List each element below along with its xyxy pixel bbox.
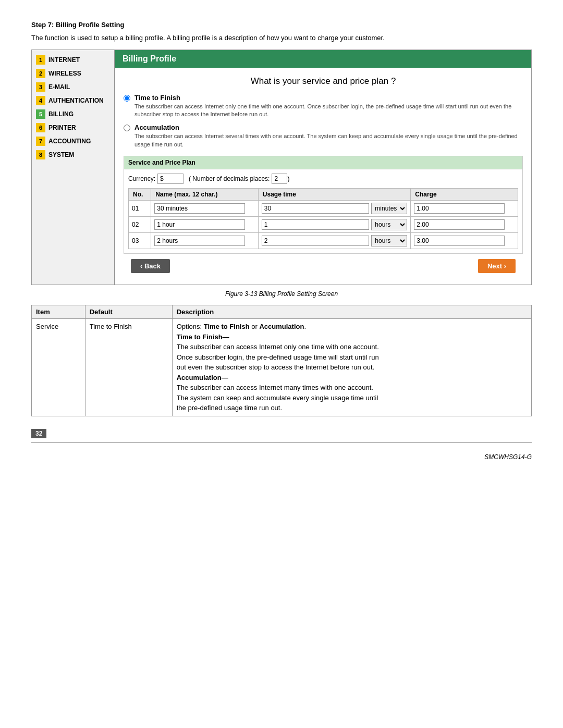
nav-item-system[interactable]: 8SYSTEM: [32, 148, 114, 162]
time-to-finish-label: Time to Finish: [134, 94, 523, 102]
currency-row: Currency: ( Number of decimals places: ): [128, 174, 518, 184]
usage-unit-select[interactable]: minuteshours: [371, 203, 407, 214]
spp-section: Service and Price Plan Currency: ( Numbe…: [124, 156, 523, 254]
accumulation-desc: The subscriber can access Internet sever…: [134, 132, 523, 149]
row-charge: [411, 233, 518, 249]
nav-label-authentication: AUTHENTICATION: [48, 97, 104, 104]
nav-num-4: 4: [36, 96, 45, 105]
accumulation-label: Accumulation: [134, 124, 523, 131]
nav-item-email[interactable]: 3E-MAIL: [32, 80, 114, 94]
desc-table: Item Default Description Service Time to…: [31, 305, 532, 416]
nav-num-1: 1: [36, 55, 45, 65]
billing-profile-header: Billing Profile: [115, 50, 531, 68]
left-nav: 1INTERNET2WIRELESS3E-MAIL4AUTHENTICATION…: [31, 50, 115, 286]
decimal-input[interactable]: [272, 174, 287, 184]
row-charge: [411, 217, 518, 233]
nav-num-7: 7: [36, 137, 45, 146]
charge-input[interactable]: [414, 236, 504, 246]
name-input[interactable]: [154, 219, 244, 230]
step-title: Step 7: Billing Profile Setting: [31, 21, 532, 29]
page-number-box: 32: [31, 425, 532, 438]
back-button[interactable]: ‹ Back: [131, 259, 170, 273]
nav-num-5: 5: [36, 109, 45, 119]
currency-label: Currency:: [128, 175, 155, 182]
time-to-finish-desc: The subscriber can access Internet only …: [134, 103, 523, 119]
nav-item-accounting[interactable]: 7ACCOUNTING: [32, 134, 114, 148]
desc-col-description: Description: [172, 305, 531, 319]
desc-description-cell: Options: Time to Finish or Accumulation.…: [172, 319, 531, 416]
nav-item-internet[interactable]: 1INTERNET: [32, 53, 114, 67]
spp-body: Currency: ( Number of decimals places: )…: [124, 169, 522, 253]
usage-unit-select[interactable]: minuteshours: [371, 219, 407, 230]
next-button[interactable]: Next ›: [478, 259, 516, 273]
nav-item-authentication[interactable]: 4AUTHENTICATION: [32, 94, 114, 107]
nav-label-accounting: ACCOUNTING: [48, 138, 91, 145]
nav-item-printer[interactable]: 6PRINTER: [32, 121, 114, 134]
time-to-finish-content: Time to Finish The subscriber can access…: [134, 94, 523, 119]
radio-section: Time to Finish The subscriber can access…: [124, 94, 523, 149]
price-row: 01minuteshours: [129, 201, 518, 217]
charge-input[interactable]: [414, 219, 504, 230]
name-input[interactable]: [154, 236, 244, 246]
col-charge: Charge: [411, 189, 518, 201]
usage-num-input[interactable]: [262, 219, 369, 230]
desc-default-cell: Time to Finish: [85, 319, 172, 416]
accumulation-content: Accumulation The subscriber can access I…: [134, 124, 523, 149]
accumulation-row: Accumulation The subscriber can access I…: [124, 124, 523, 149]
row-no: 03: [129, 233, 151, 249]
desc-col-default: Default: [85, 305, 172, 319]
usage-num-input[interactable]: [262, 203, 369, 214]
usage-unit-select[interactable]: minuteshours: [371, 235, 407, 246]
nav-item-billing[interactable]: 5BILLING: [32, 107, 114, 121]
row-charge: [411, 201, 518, 217]
nav-label-wireless: WIRELESS: [48, 70, 81, 77]
main-layout: 1INTERNET2WIRELESS3E-MAIL4AUTHENTICATION…: [31, 50, 532, 286]
footer-divider: [31, 442, 532, 443]
col-name: Name (max. 12 char.): [151, 189, 259, 201]
price-table: No. Name (max. 12 char.) Usage time Char…: [128, 188, 518, 249]
desc-item-cell: Service: [32, 319, 85, 416]
nav-label-printer: PRINTER: [48, 124, 76, 131]
nav-num-6: 6: [36, 123, 45, 132]
nav-num-8: 8: [36, 150, 45, 159]
nav-num-2: 2: [36, 69, 45, 78]
row-name: [151, 217, 259, 233]
desc-row-service: Service Time to Finish Options: Time to …: [32, 319, 532, 416]
nav-label-e-mail: E-MAIL: [48, 83, 70, 91]
usage-num-input[interactable]: [262, 236, 369, 246]
row-name: [151, 201, 259, 217]
nav-label-system: SYSTEM: [48, 151, 74, 158]
row-no: 02: [129, 217, 151, 233]
time-to-finish-radio[interactable]: [124, 95, 130, 102]
col-no: No.: [129, 189, 151, 201]
decimal-label: ( Number of decimals places:: [189, 175, 270, 182]
nav-label-billing: BILLING: [48, 110, 74, 118]
nav-num-3: 3: [36, 82, 45, 92]
accumulation-radio[interactable]: [124, 125, 130, 131]
panel-body: What is your service and price plan ? Ti…: [115, 68, 531, 285]
nav-buttons: ‹ Back Next ›: [124, 254, 523, 278]
row-no: 01: [129, 201, 151, 217]
nav-item-wireless[interactable]: 2WIRELESS: [32, 67, 114, 80]
row-usage: minuteshours: [258, 233, 410, 249]
charge-input[interactable]: [414, 203, 504, 214]
service-question: What is your service and price plan ?: [124, 76, 523, 87]
row-usage: minuteshours: [258, 201, 410, 217]
time-to-finish-row: Time to Finish The subscriber can access…: [124, 94, 523, 119]
currency-input[interactable]: [157, 174, 183, 184]
price-row: 02minuteshours: [129, 217, 518, 233]
name-input[interactable]: [154, 203, 244, 214]
right-panel: Billing Profile What is your service and…: [115, 50, 532, 286]
row-name: [151, 233, 259, 249]
desc-col-item: Item: [32, 305, 85, 319]
figure-caption: Figure 3-13 Billing Profile Setting Scre…: [31, 290, 532, 298]
row-usage: minuteshours: [258, 217, 410, 233]
price-row: 03minuteshours: [129, 233, 518, 249]
intro-text: The function is used to setup a billing …: [31, 33, 532, 43]
nav-label-internet: INTERNET: [48, 56, 80, 64]
decimal-close: ): [287, 175, 289, 182]
footer-model: SMCWHSG14-G: [31, 453, 532, 461]
spp-header: Service and Price Plan: [124, 156, 522, 169]
col-usage: Usage time: [258, 189, 410, 201]
